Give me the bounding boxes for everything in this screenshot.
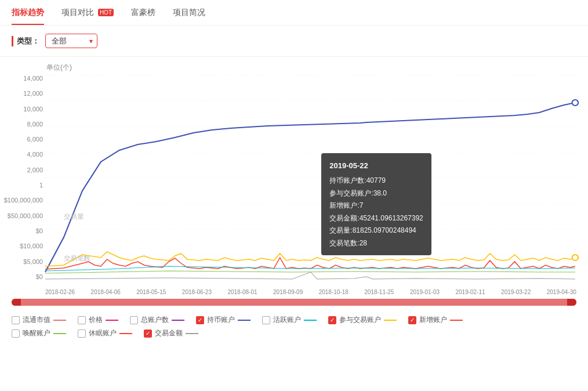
legend-line-zhanghushu	[172, 320, 184, 321]
legend-label-jiaoyijine: 交易金额	[155, 328, 183, 338]
scrollbar-thumb[interactable]	[12, 299, 576, 306]
legend-xiumi[interactable]: 休眠账户	[78, 328, 132, 338]
legend-zhanghushu[interactable]: 总账户数	[130, 315, 184, 325]
legend-canjia[interactable]: 参与交易账户	[328, 315, 397, 325]
legend-line-xinzeng	[450, 320, 463, 321]
jiaoyibishu-label: 交易笔数	[64, 255, 90, 262]
legend-xinzeng[interactable]: 新增账户	[408, 315, 463, 325]
scrollbar-track[interactable]	[12, 299, 576, 306]
jiaoyiliang-label: 交易量	[64, 213, 84, 220]
legend-huanxing[interactable]: 唤醒账户	[12, 328, 66, 338]
legend-label-huanxing: 唤醒账户	[23, 328, 50, 338]
legend-checkbox-canjia[interactable]	[328, 316, 336, 324]
scrollbar-handle-left[interactable]	[12, 299, 21, 306]
chart-area: 14,000 12,000 10,000 8,000 6,000 4,000 2…	[12, 75, 576, 295]
legend-line-chibi	[238, 320, 251, 321]
legend-liutong[interactable]: 流通市值	[12, 315, 66, 325]
legend-label-canjia: 参与交易账户	[339, 315, 381, 325]
filter-label: 类型：	[12, 36, 39, 46]
type-select[interactable]: 全部 主网 侧链	[45, 34, 97, 48]
legend-checkbox-jiaoyijine[interactable]	[144, 330, 152, 338]
x-axis-labels: 2018-02-26 2018-04-06 2018-05-15 2018-06…	[45, 289, 576, 295]
legend-line-jiage	[106, 320, 118, 321]
legend-line-huoyue	[304, 320, 317, 321]
legend-checkbox-xiumi[interactable]	[78, 330, 86, 338]
legend-jiaoyijine[interactable]: 交易金额	[144, 328, 198, 338]
legend-row-2: 唤醒账户 休眠账户 交易金额	[12, 328, 576, 338]
chart-svg: 交易量 交易笔数	[45, 75, 576, 280]
legend-checkbox-zhanghushu[interactable]	[130, 316, 138, 324]
legend-label-zhanghushu: 总账户数	[141, 315, 169, 325]
legend-checkbox-jiage[interactable]	[78, 316, 86, 324]
legend-checkbox-huoyue[interactable]	[262, 316, 270, 324]
legend-checkbox-xinzeng[interactable]	[408, 316, 416, 324]
legend-label-xiumi: 休眠账户	[89, 328, 117, 338]
legend-label-liutong: 流通市值	[23, 315, 50, 325]
scrollbar-handle-right[interactable]	[567, 299, 576, 306]
filter-row: 类型： 全部 主网 侧链	[0, 26, 588, 57]
type-select-wrapper[interactable]: 全部 主网 侧链	[45, 34, 97, 48]
legend-line-xiumi	[119, 333, 132, 334]
nav-item-jiankuang[interactable]: 项目简况	[173, 1, 205, 25]
legend-line-huanxing	[53, 333, 66, 334]
legend-row-1: 流通市值 价格 总账户数 持币账户 活跃账户 参与	[12, 315, 576, 325]
legend-label-xinzeng: 新增账户	[419, 315, 447, 325]
legend-jiage[interactable]: 价格	[78, 315, 118, 325]
chibi-dot	[572, 100, 579, 106]
chart-unit-label: 单位(个)	[46, 63, 576, 73]
legend-line-liutong	[53, 320, 66, 321]
legend-label-huoyue: 活跃账户	[273, 315, 301, 325]
nav-item-duibi[interactable]: 项目对比 HOT	[61, 1, 114, 25]
nav-item-zhibiao[interactable]: 指标趋势	[12, 1, 44, 25]
legend-label-jiage: 价格	[89, 315, 103, 325]
legend-checkbox-chibi[interactable]	[196, 316, 204, 324]
y-axis-left: 14,000 12,000 10,000 8,000 6,000 4,000 2…	[12, 75, 45, 280]
hot-badge: HOT	[98, 9, 114, 16]
nav-item-fuhao[interactable]: 富豪榜	[131, 1, 155, 25]
legend-huoyue[interactable]: 活跃账户	[262, 315, 317, 325]
legend-checkbox-huanxing[interactable]	[12, 330, 20, 338]
svg-rect-1	[45, 75, 576, 280]
top-navigation: 指标趋势 项目对比 HOT 富豪榜 项目简况	[0, 0, 588, 26]
legend-checkbox-liutong[interactable]	[12, 316, 20, 324]
legend-chibi[interactable]: 持币账户	[196, 315, 251, 325]
chart-inner: 交易量 交易笔数 2019-05-22 持币账户数:40779 参与交易账户:3…	[45, 75, 576, 280]
legend-label-chibi: 持币账户	[207, 315, 235, 325]
scrollbar-row	[0, 295, 588, 309]
legend-line-jiaoyijine	[186, 333, 198, 334]
chart-container: 单位(个) 14,000 12,000 10,000 8,000 6,000 4…	[0, 57, 588, 295]
canjia-dot	[572, 255, 579, 260]
legend-area: 流通市值 价格 总账户数 持币账户 活跃账户 参与	[0, 309, 588, 345]
legend-line-canjia	[384, 320, 397, 321]
